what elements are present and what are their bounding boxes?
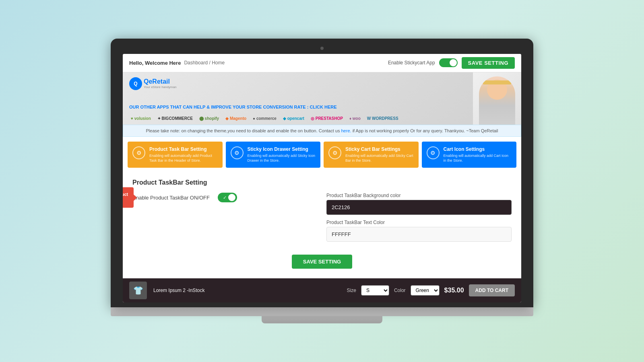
prestashop-logo: ◎ PRESTASHOP <box>311 116 343 121</box>
banner-link[interactable]: OUR OTHER APPS THAT CAN HELP & IMPROVE Y… <box>129 105 337 109</box>
username-label: Welcome Here <box>145 60 181 66</box>
card-product-taskbar[interactable]: ⚙ Product Task Bar Setting Enabling will… <box>128 142 223 168</box>
bg-color-label: Product TaskBar Background color <box>326 193 512 198</box>
card-2-desc: Enabling will automatically add Sticky I… <box>248 154 316 163</box>
feature-cards: ⚙ Product Task Bar Setting Enabling will… <box>128 142 516 168</box>
notice-bar: Please take note: on changing the theme,… <box>123 125 521 137</box>
notice-text: Please take note: on changing the theme,… <box>146 128 340 133</box>
breadcrumb-sep: / <box>209 60 210 66</box>
settings-section: Product TaskBar Setting Floating bar on … <box>123 173 521 275</box>
color-select[interactable]: Green Red Blue Black <box>411 285 440 296</box>
size-label: Size <box>347 288 356 293</box>
card-1-desc: Enabling will automatically add Product … <box>149 154 218 163</box>
text-color-input[interactable] <box>326 227 512 242</box>
woocommerce-logo: ♦ woo <box>349 116 361 121</box>
magento-logo: ◆ Magento <box>225 116 246 121</box>
card-gear-icon-2: ⚙ <box>231 146 244 159</box>
enable-taskbar-label: Enable Product TaskBar ON/OFF <box>132 195 213 201</box>
product-thumbnail: 👕 <box>129 282 147 299</box>
save-main-button[interactable]: SAVE SETTING <box>292 255 352 269</box>
logo-icon: Q <box>129 77 142 90</box>
banner-person-image <box>473 72 521 125</box>
logo-main-text: QeRetail <box>144 78 177 85</box>
tooltip-arrow <box>134 194 137 201</box>
toggle-knob-2 <box>228 194 235 201</box>
card-3-title: Sticky Cart Bar Settings <box>345 146 414 152</box>
breadcrumb: Dashboard / Home <box>184 60 225 66</box>
header-save-button[interactable]: SAVE SETTING <box>462 57 515 69</box>
commerce-logo: ● commerce <box>253 116 277 121</box>
stickycart-toggle[interactable] <box>439 58 458 67</box>
card-gear-icon-4: ⚙ <box>427 146 440 159</box>
header-right: Enable Stickycart App SAVE SETTING <box>388 57 515 69</box>
save-btn-center: SAVE SETTING <box>132 255 512 269</box>
laptop-stand <box>262 316 382 323</box>
settings-left: Floating bar on every productpage on scr… <box>132 193 310 247</box>
settings-inner: Floating bar on every productpage on scr… <box>132 193 512 247</box>
card-4-desc: Enabling will automatically add Cart Ico… <box>444 154 512 163</box>
notice-link[interactable]: here. <box>341 128 351 133</box>
camera-dot <box>320 47 324 50</box>
enable-stickycart-label: Enable Stickycart App <box>388 60 435 66</box>
person-hair <box>483 80 511 84</box>
card-sticky-icon[interactable]: ⚙ Sticky Icon Drawer Setting Enabling wi… <box>226 142 321 168</box>
logo-text-area: QeRetail Your eStore handyman <box>144 78 177 89</box>
floating-tooltip: Floating bar on every productpage on scr… <box>123 187 134 208</box>
screen-content: Hello, Welcome Here Dashboard / Home Ena… <box>123 54 521 302</box>
toggle-check-icon: ✓ <box>223 195 227 200</box>
product-taskbar-bar: 👕 Lorem Ipsum 2 -InStock Size S M L XL C… <box>123 278 521 302</box>
logo-sub-text: Your eStore handyman <box>144 85 177 89</box>
card-cart-icon[interactable]: ⚙ Cart Icon Settings Enabling will autom… <box>422 142 517 168</box>
product-price: $35.00 <box>444 287 464 294</box>
banner: Q QeRetail Your eStore handyman OUR OTHE… <box>123 72 521 125</box>
product-name-label: Lorem Ipsum 2 -InStock <box>153 288 341 293</box>
hello-label: Hello, <box>129 60 143 66</box>
settings-right: Product TaskBar Background color Product… <box>326 193 512 247</box>
breadcrumb-home[interactable]: Home <box>212 60 225 66</box>
card-4-title: Cart Icon Settings <box>444 146 512 152</box>
card-2-title: Sticky Icon Drawer Setting <box>248 146 316 152</box>
shopify-logo: ⬤ shopify <box>199 116 219 121</box>
breadcrumb-dashboard[interactable]: Dashboard <box>184 60 208 66</box>
opencart-logo: ◆ opencart <box>283 116 304 121</box>
card-3-desc: Enabling will automatically add Sticky C… <box>345 154 414 163</box>
taskbar-toggle[interactable]: ✓ <box>218 193 237 202</box>
card-gear-icon-3: ⚙ <box>328 146 341 159</box>
color-label: Color <box>394 288 406 293</box>
platform-logos: ♥ volusion ✦ BIGCOMMERCE ⬤ shopify ◆ Mag… <box>131 116 398 121</box>
card-4-content: Cart Icon Settings Enabling will automat… <box>444 146 512 163</box>
text-color-label: Product TaskBar Text Color <box>326 220 512 225</box>
card-1-title: Product Task Bar Setting <box>149 146 218 152</box>
card-3-content: Sticky Cart Bar Settings Enabling will a… <box>345 146 414 163</box>
section-title: Product TaskBar Setting <box>132 179 512 186</box>
toggle-knob <box>450 59 457 66</box>
card-1-content: Product Task Bar Setting Enabling will a… <box>149 146 218 163</box>
app-header: Hello, Welcome Here Dashboard / Home Ena… <box>123 54 521 72</box>
notice-text2: if App is not working properly Or for an… <box>353 128 498 133</box>
banner-headline[interactable]: OUR OTHER APPS THAT CAN HELP & IMPROVE Y… <box>129 103 337 110</box>
text-color-group: Product TaskBar Text Color <box>326 220 512 242</box>
volusion-logo: ♥ volusion <box>131 116 151 121</box>
card-sticky-cart[interactable]: ⚙ Sticky Cart Bar Settings Enabling will… <box>324 142 419 168</box>
size-select[interactable]: S M L XL <box>361 285 389 296</box>
header-left: Hello, Welcome Here Dashboard / Home <box>129 60 225 66</box>
laptop-base <box>111 307 533 316</box>
bg-color-group: Product TaskBar Background color <box>326 193 512 215</box>
logo-area: Q QeRetail Your eStore handyman <box>129 77 177 90</box>
add-to-cart-button[interactable]: ADD TO CART <box>469 284 515 296</box>
card-2-content: Sticky Icon Drawer Setting Enabling will… <box>248 146 316 163</box>
tooltip-text: Floating bar on every productpage on scr… <box>123 192 128 203</box>
product-controls: Size S M L XL Color Green Red Blue Black <box>347 284 515 296</box>
wordpress-logo: W WORDPRESS <box>367 116 398 121</box>
bg-color-input[interactable] <box>326 200 512 215</box>
card-gear-icon-1: ⚙ <box>132 146 145 159</box>
enable-taskbar-row: Floating bar on every productpage on scr… <box>132 193 310 202</box>
greeting-text: Hello, Welcome Here <box>129 60 181 66</box>
bigcommerce-logo: ✦ BIGCOMMERCE <box>157 116 193 121</box>
